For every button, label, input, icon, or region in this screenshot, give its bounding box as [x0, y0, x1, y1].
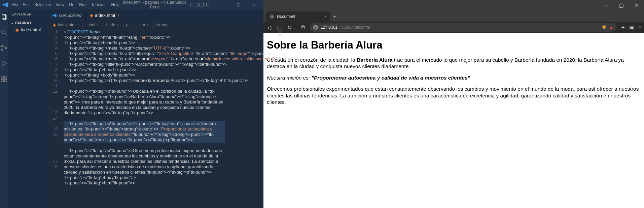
brave-shield-icon[interactable]: 🦁 — [602, 25, 607, 30]
sidebar-title: EXPLORER — [11, 12, 32, 17]
url-host: 127.0.0.1 — [321, 25, 337, 30]
explorer-sidebar: EXPLORER ⋯ ⌄ PAGINA1 ◆ index.html — [8, 9, 48, 208]
tab-close-icon[interactable]: × — [324, 14, 327, 19]
minimize-button[interactable]: ─ — [599, 0, 614, 10]
chevron-right-icon: › — [78, 23, 80, 27]
code-lines[interactable]: <!DOCTYPE html>"tk-punc"><"tk-tag">html … — [62, 29, 299, 208]
folder-header[interactable]: ⌄ PAGINA1 — [8, 19, 48, 26]
menu-go[interactable]: Go — [69, 2, 74, 7]
maximize-button[interactable]: ▢ — [614, 0, 629, 10]
paragraph-2: Nuestra misión es: "Proporcionar autoest… — [267, 75, 641, 81]
layout-icon[interactable] — [200, 3, 204, 6]
svg-point-4 — [1, 45, 3, 47]
layout-controls[interactable] — [190, 3, 210, 6]
breadcrumb-item[interactable]: body — [106, 23, 115, 27]
toolbar-right: ✦ ▣ ≡ — [621, 24, 641, 31]
code-editor[interactable]: 123456789101112131415161718 <!DOCTYPE ht… — [48, 29, 299, 208]
more-icon[interactable]: ⋯ — [41, 12, 45, 17]
page-content: Sobre la Barbería Alura Ubicada en el co… — [263, 33, 644, 208]
menu-view[interactable]: View — [56, 2, 64, 7]
browser-toolbar: ◁ ▷ ↻ ⧉ i 127.0.0.1:5500/index.html 🦁 ▲ … — [263, 22, 644, 33]
svg-rect-8 — [1, 76, 3, 78]
browser-tab[interactable]: Document × — [266, 11, 330, 22]
vscode-menubar: File Edit Selection View Go Run Terminal… — [11, 2, 119, 7]
vscode-logo-icon — [3, 2, 9, 8]
breadcrumbs[interactable]: ◆ index.html › ⬚ html › ⬚ body › ⬚ p › ⬚… — [48, 21, 299, 29]
bookmark-icon[interactable]: ⧉ — [300, 24, 306, 30]
breadcrumb-item[interactable]: p — [126, 23, 129, 27]
tab-title: Document — [277, 14, 295, 19]
svg-rect-10 — [5, 80, 7, 82]
file-item[interactable]: ◆ index.html — [8, 26, 48, 33]
menu-icon[interactable]: ≡ — [638, 24, 641, 30]
warning-icon[interactable]: ▲ — [609, 25, 613, 30]
line-gutter: 123456789101112131415161718 — [48, 29, 62, 208]
layout-icon[interactable] — [190, 3, 194, 6]
search-icon[interactable] — [0, 28, 8, 36]
file-name: index.html — [21, 27, 41, 32]
menu-help[interactable]: Help — [111, 2, 120, 7]
menu-file[interactable]: File — [11, 2, 18, 7]
menu-edit[interactable]: Edit — [23, 2, 30, 7]
layout-icon[interactable] — [195, 3, 199, 6]
paragraph-3: Ofrecemos profesionales experimentados q… — [267, 86, 641, 105]
menu-selection[interactable]: Selection — [34, 2, 51, 7]
tag-icon: ⬚ — [120, 23, 124, 27]
url-path: :5500/index.html — [340, 25, 370, 30]
breadcrumb-item[interactable]: em — [139, 23, 145, 27]
strong-text: "Proporcionar autoestima y calidad de vi… — [312, 75, 470, 81]
vscode-body: EXPLORER ⋯ ⌄ PAGINA1 ◆ index.html Get St… — [0, 9, 263, 208]
html-file-icon: ◆ — [15, 27, 19, 32]
html-file-icon: ◆ — [90, 13, 93, 18]
run-debug-icon[interactable] — [0, 59, 8, 67]
extensions-icon[interactable]: ✦ — [621, 24, 625, 31]
source-control-icon[interactable] — [0, 44, 8, 52]
svg-point-2 — [2, 30, 5, 34]
tab-index-html[interactable]: ◆ index.html × — [86, 9, 124, 21]
tag-icon: ⬚ — [82, 23, 85, 27]
activity-bar — [0, 9, 8, 208]
chevron-down-icon: ⌄ — [11, 21, 14, 25]
chevron-right-icon: › — [130, 23, 132, 27]
maximize-button[interactable]: ▢ — [232, 0, 245, 9]
chevron-right-icon: › — [147, 23, 148, 27]
sidebar-header: EXPLORER ⋯ — [8, 9, 48, 19]
tab-close-icon[interactable]: × — [117, 13, 120, 18]
globe-icon — [270, 14, 274, 19]
breadcrumb-item[interactable]: strong — [156, 23, 167, 27]
tag-icon: ⬚ — [134, 23, 137, 27]
vscode-icon — [52, 13, 57, 18]
browser-window: ─ ▢ ✕ Document × + ◁ ▷ ↻ ⧉ i 127.0.0.1:5… — [263, 0, 644, 208]
breadcrumb-item[interactable]: html — [87, 23, 95, 27]
browser-tabstrip: Document × + — [263, 10, 644, 22]
strong-text: Barbería Alura — [357, 57, 392, 63]
close-button[interactable]: ✕ — [629, 0, 644, 10]
svg-rect-11 — [5, 76, 7, 78]
browser-window-controls: ─ ▢ ✕ — [263, 0, 644, 10]
extensions-icon[interactable] — [0, 75, 8, 83]
page-heading: Sobre la Barbería Alura — [267, 39, 641, 51]
minimap[interactable]: ████ ██████ ████████████████████████████… — [279, 29, 299, 62]
editor-tabs: Get Started ◆ index.html × ▥ ⋯ — [48, 9, 299, 21]
window-title: index.html - pagina1 - Visual Studio Cod… — [119, 0, 190, 9]
chevron-right-icon: › — [117, 23, 118, 27]
vscode-window: File Edit Selection View Go Run Terminal… — [0, 0, 263, 208]
paragraph-1: Ubicada en el corazón de la ciudad, la B… — [267, 57, 641, 70]
html-file-icon: ◆ — [53, 23, 56, 27]
menu-terminal[interactable]: Terminal — [91, 2, 106, 7]
site-info-icon[interactable]: i — [313, 25, 318, 30]
vscode-window-controls: ─ ▢ ✕ — [190, 0, 261, 9]
wallet-icon[interactable]: ▣ — [629, 24, 634, 31]
explorer-icon[interactable] — [0, 13, 7, 21]
close-button[interactable]: ✕ — [247, 0, 261, 9]
menu-run[interactable]: Run — [79, 2, 86, 7]
layout-icon[interactable] — [206, 3, 210, 6]
breadcrumb-item[interactable]: index.html — [58, 23, 76, 27]
new-tab-button[interactable]: + — [330, 12, 339, 22]
url-bar[interactable]: i 127.0.0.1:5500/index.html 🦁 ▲ — [310, 23, 617, 32]
svg-line-3 — [5, 33, 7, 35]
tab-get-started[interactable]: Get Started — [48, 9, 85, 21]
svg-rect-9 — [1, 80, 3, 82]
vscode-titlebar: File Edit Selection View Go Run Terminal… — [0, 0, 263, 9]
minimize-button[interactable]: ─ — [216, 0, 230, 9]
